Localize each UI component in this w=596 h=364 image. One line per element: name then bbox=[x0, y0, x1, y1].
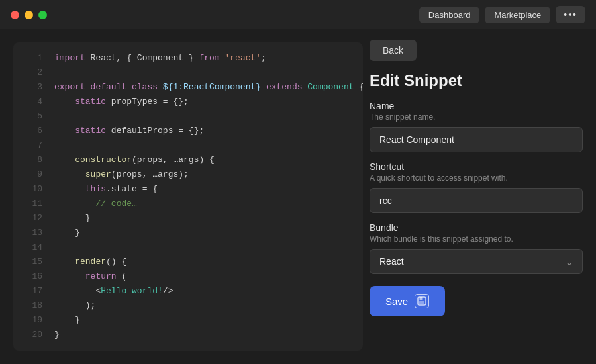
code-line-18: 18 ); bbox=[13, 300, 363, 315]
code-line-3: 3 export default class ${1:ReactComponen… bbox=[13, 82, 363, 97]
code-line-14: 14 bbox=[13, 242, 363, 257]
line-code: } bbox=[54, 228, 80, 238]
line-code: super(props, …args); bbox=[54, 169, 189, 179]
code-line-13: 13 } bbox=[13, 228, 363, 242]
bundle-hint: Which bundle is this snippet assigned to… bbox=[370, 234, 583, 244]
titlebar: Dashboard Marketplace ••• bbox=[0, 0, 596, 29]
code-line-19: 19 } bbox=[13, 315, 363, 330]
code-panel: 1 import React, { Component } from 'reac… bbox=[0, 29, 363, 364]
line-num: 16 bbox=[24, 271, 42, 281]
line-num: 7 bbox=[24, 140, 42, 150]
line-num: 19 bbox=[24, 315, 42, 325]
line-code: } bbox=[54, 315, 80, 325]
shortcut-hint: A quick shortcut to access snippet with. bbox=[370, 173, 583, 183]
code-line-6: 6 static defaultProps = {}; bbox=[13, 126, 363, 140]
line-code: export default class ${1:ReactComponent}… bbox=[54, 82, 363, 92]
dashboard-button[interactable]: Dashboard bbox=[419, 7, 480, 23]
line-num: 3 bbox=[24, 82, 42, 92]
more-options-button[interactable]: ••• bbox=[556, 6, 585, 23]
main-content: 1 import React, { Component } from 'reac… bbox=[0, 29, 596, 364]
line-num: 13 bbox=[24, 228, 42, 238]
line-code bbox=[54, 111, 60, 121]
code-editor[interactable]: 1 import React, { Component } from 'reac… bbox=[13, 42, 363, 351]
marketplace-button[interactable]: Marketplace bbox=[485, 7, 550, 23]
code-line-16: 16 return ( bbox=[13, 271, 363, 286]
line-num: 17 bbox=[24, 286, 42, 296]
save-button[interactable]: Save bbox=[370, 286, 445, 316]
line-code: // code… bbox=[54, 199, 137, 208]
line-num: 14 bbox=[24, 242, 42, 252]
code-line-8: 8 constructor(props, …args) { bbox=[13, 155, 363, 169]
line-num: 18 bbox=[24, 300, 42, 310]
line-code: } bbox=[54, 213, 91, 223]
maximize-button[interactable] bbox=[38, 11, 47, 19]
line-num: 6 bbox=[24, 126, 42, 136]
svg-rect-1 bbox=[420, 297, 423, 300]
line-code bbox=[54, 242, 60, 252]
line-code: <Hello world!/> bbox=[54, 286, 173, 296]
code-line-11: 11 // code… bbox=[13, 199, 363, 213]
edit-snippet-title: Edit Snippet bbox=[370, 71, 583, 90]
line-num: 12 bbox=[24, 213, 42, 223]
code-line-9: 9 super(props, …args); bbox=[13, 169, 363, 184]
name-hint: The snippet name. bbox=[370, 113, 583, 122]
line-code: } bbox=[54, 330, 60, 340]
line-num: 4 bbox=[24, 97, 42, 107]
code-line-4: 4 static propTypes = {}; bbox=[13, 97, 363, 111]
code-line-2: 2 bbox=[13, 68, 363, 82]
close-button[interactable] bbox=[11, 11, 19, 19]
shortcut-label: Shortcut bbox=[370, 161, 583, 172]
svg-rect-2 bbox=[419, 301, 424, 304]
line-num: 2 bbox=[24, 68, 42, 77]
name-input[interactable] bbox=[370, 127, 583, 152]
bundle-select-wrapper: React Vue Angular Vanilla JS ⌄ bbox=[370, 249, 583, 274]
code-line-17: 17 <Hello world!/> bbox=[13, 286, 363, 300]
line-code: import React, { Component } from 'react'… bbox=[54, 53, 266, 63]
line-code: constructor(props, …args) { bbox=[54, 155, 215, 165]
back-button[interactable]: Back bbox=[370, 40, 417, 61]
code-line-12: 12 } bbox=[13, 213, 363, 228]
line-code: return ( bbox=[54, 271, 126, 281]
code-line-10: 10 this.state = { bbox=[13, 184, 363, 199]
shortcut-input[interactable] bbox=[370, 188, 583, 213]
code-line-5: 5 bbox=[13, 111, 363, 126]
line-num: 10 bbox=[24, 184, 42, 194]
line-num: 8 bbox=[24, 155, 42, 165]
line-num: 20 bbox=[24, 330, 42, 340]
code-line-20: 20 } bbox=[13, 330, 363, 344]
line-code: this.state = { bbox=[54, 184, 158, 194]
bundle-select[interactable]: React Vue Angular Vanilla JS bbox=[370, 249, 583, 274]
right-panel: Back Edit Snippet Name The snippet name.… bbox=[363, 29, 596, 364]
name-label: Name bbox=[370, 101, 583, 111]
line-num: 5 bbox=[24, 111, 42, 121]
save-icon bbox=[415, 294, 429, 308]
titlebar-nav: Dashboard Marketplace ••• bbox=[419, 6, 585, 23]
code-line-7: 7 bbox=[13, 140, 363, 155]
line-num: 1 bbox=[24, 53, 42, 63]
traffic-lights bbox=[11, 11, 47, 19]
line-code bbox=[54, 68, 60, 77]
line-num: 11 bbox=[24, 199, 42, 208]
code-line-15: 15 render() { bbox=[13, 257, 363, 271]
save-label: Save bbox=[385, 296, 408, 307]
line-code: render() { bbox=[54, 257, 126, 267]
bundle-label: Bundle bbox=[370, 222, 583, 233]
line-num: 15 bbox=[24, 257, 42, 267]
code-line-1: 1 import React, { Component } from 'reac… bbox=[13, 53, 363, 68]
line-code: static propTypes = {}; bbox=[54, 97, 189, 107]
line-code: ); bbox=[54, 300, 95, 310]
line-code: static defaultProps = {}; bbox=[54, 126, 204, 136]
line-code bbox=[54, 140, 60, 150]
line-num: 9 bbox=[24, 169, 42, 179]
minimize-button[interactable] bbox=[25, 11, 33, 19]
